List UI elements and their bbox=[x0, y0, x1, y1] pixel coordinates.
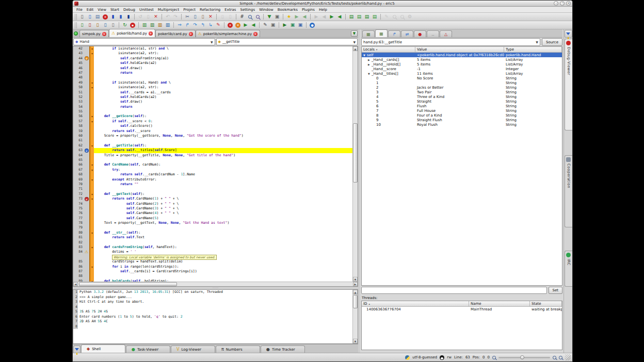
fold-margin[interactable] bbox=[89, 235, 94, 240]
variable-row[interactable]: 9Straight FlushString bbox=[362, 118, 562, 122]
line-number[interactable]: 69 bbox=[73, 177, 84, 182]
menu-refactoring[interactable]: Refactoring bbox=[198, 8, 222, 12]
coverage-icon[interactable]: ▤ bbox=[356, 13, 363, 20]
search-files-icon[interactable] bbox=[391, 13, 398, 20]
line-number[interactable]: 42 bbox=[73, 46, 84, 51]
marker-margin[interactable] bbox=[84, 269, 89, 274]
fold-margin[interactable]: ▾ bbox=[89, 162, 94, 167]
code-line[interactable]: 80▾ def __str__(self): bbox=[73, 231, 352, 235]
fold-margin[interactable]: ▾ bbox=[89, 192, 94, 196]
watchpoints-tab[interactable]: ‥ bbox=[427, 30, 439, 37]
menu-file[interactable]: File bbox=[74, 8, 85, 12]
line-number[interactable]: 87 bbox=[73, 269, 84, 274]
window-icon[interactable]: ▣ bbox=[297, 22, 304, 28]
fold-margin[interactable] bbox=[89, 259, 94, 264]
tab-log-viewer[interactable]: VLog-Viewer bbox=[171, 345, 215, 353]
save-as-icon[interactable]: ▮ bbox=[117, 13, 124, 20]
menu-edit[interactable]: Edit bbox=[85, 8, 96, 12]
fold-margin[interactable] bbox=[89, 250, 94, 254]
code-line[interactable]: 83▾ def cardsFromString(self, handText): bbox=[73, 245, 352, 250]
fold-margin[interactable]: ▾ bbox=[89, 114, 94, 119]
variable-filter-input[interactable] bbox=[361, 287, 547, 294]
profile-icon[interactable]: ▤ bbox=[348, 13, 355, 20]
line-number[interactable]: 82 bbox=[73, 240, 84, 245]
editor-tab-pokerlib-hand-py[interactable]: ⚠pokerlib/hand.py✕ bbox=[109, 29, 155, 37]
member-combo[interactable]: ◆ __getTitle ▼ bbox=[216, 38, 358, 45]
fold-margin[interactable] bbox=[89, 274, 94, 278]
line-number[interactable]: 81 bbox=[73, 235, 84, 240]
fold-margin[interactable] bbox=[89, 56, 94, 61]
close-button[interactable]: ✕ bbox=[566, 1, 571, 6]
line-number[interactable]: 86 bbox=[73, 265, 84, 269]
bookmark-toggle-icon[interactable]: ★ bbox=[285, 13, 293, 20]
zoom-out-icon[interactable] bbox=[492, 356, 496, 359]
marker-margin[interactable] bbox=[84, 100, 89, 104]
search-replace-icon[interactable] bbox=[254, 13, 261, 20]
line-number[interactable]: 66 bbox=[73, 162, 84, 167]
fold-margin[interactable] bbox=[89, 100, 94, 104]
marker-margin[interactable] bbox=[84, 153, 89, 158]
step-icon[interactable]: ↱ bbox=[184, 22, 191, 28]
fork-child-icon[interactable]: ▶ bbox=[242, 22, 249, 28]
shell-panel[interactable]: 1Python 3.3.2 (default, Jun 13 2013, 16:… bbox=[73, 289, 358, 344]
call-trace-tab[interactable]: ⇄ bbox=[401, 30, 413, 37]
line-number[interactable]: 46 bbox=[73, 66, 84, 71]
class-combo[interactable]: ◆ Hand ▼ bbox=[73, 38, 215, 45]
close-tab-icon[interactable]: ✕ bbox=[102, 32, 106, 36]
code-line[interactable]: 64 Title = property(__getTitle, None, No… bbox=[73, 153, 352, 158]
quicksearch-extend-icon[interactable]: ▣ bbox=[273, 13, 281, 20]
save-icon[interactable]: ▮ bbox=[109, 13, 117, 20]
code-line[interactable]: 44✕ self.cardsFromString(a1) bbox=[73, 56, 352, 61]
code-editor[interactable]: 42▾ if isinstance(a1, str) and \43▾ isin… bbox=[73, 46, 358, 287]
fold-margin[interactable] bbox=[89, 109, 94, 114]
code-line[interactable]: 47 return bbox=[73, 71, 352, 75]
fold-margin[interactable]: ▾ bbox=[89, 143, 94, 148]
fold-margin[interactable] bbox=[89, 71, 94, 75]
paste-icon[interactable]: ▯ bbox=[199, 13, 206, 20]
line-number[interactable]: 80 bbox=[73, 231, 84, 235]
menu-start[interactable]: Start bbox=[108, 8, 121, 12]
code-line[interactable]: 82 bbox=[73, 240, 352, 245]
menu-multiproject[interactable]: Multiproject bbox=[156, 8, 181, 12]
marker-margin[interactable] bbox=[84, 235, 89, 240]
code-line[interactable]: 86▾ for i in range(len(cardStrings)): bbox=[73, 265, 352, 269]
unittest-icon[interactable]: ▶ bbox=[281, 22, 288, 28]
goto-syntax-error-icon[interactable]: ▶ bbox=[328, 13, 335, 20]
close-tab-icon[interactable]: ✕ bbox=[189, 32, 193, 36]
marker-margin[interactable] bbox=[84, 46, 89, 51]
scrollbar-thumb[interactable] bbox=[79, 282, 177, 286]
close-tab-icon[interactable]: ✕ bbox=[149, 31, 153, 36]
fold-margin[interactable] bbox=[89, 211, 94, 216]
marker-margin[interactable] bbox=[84, 105, 89, 109]
bookmark-next-icon[interactable]: ▶ bbox=[293, 13, 300, 20]
new-view-icon[interactable]: ▯ bbox=[144, 13, 152, 20]
filter-icon[interactable] bbox=[73, 345, 81, 353]
marker-margin[interactable] bbox=[84, 177, 89, 182]
undo-icon[interactable]: ↶ bbox=[164, 13, 171, 20]
toolbar-handle[interactable] bbox=[75, 22, 77, 28]
sidebar-tab-cooperation[interactable]: Cooperation bbox=[565, 155, 572, 227]
call-stack-tab[interactable]: ↱ bbox=[388, 30, 400, 37]
line-number[interactable]: 88 bbox=[73, 274, 84, 278]
goto-line-icon[interactable]: # bbox=[238, 13, 246, 20]
marker-margin[interactable] bbox=[84, 192, 89, 196]
line-number[interactable]: 47 bbox=[73, 71, 84, 75]
minimize-button[interactable]: ⌄ bbox=[554, 1, 558, 6]
code-line[interactable]: 51 self.__cards = a1.__cards bbox=[73, 90, 352, 95]
fold-margin[interactable] bbox=[89, 202, 94, 206]
line-number[interactable]: 60 bbox=[73, 134, 84, 138]
code-metrics-icon[interactable]: ▤ bbox=[371, 13, 378, 20]
menu-settings[interactable]: Settings bbox=[238, 8, 257, 12]
column-header-type[interactable]: Type bbox=[504, 47, 562, 53]
menu-debug[interactable]: Debug bbox=[121, 8, 137, 12]
quicksearch-icon[interactable]: ▼ bbox=[266, 13, 273, 20]
line-number[interactable]: 72 bbox=[73, 192, 84, 196]
fold-margin[interactable]: ▾ bbox=[89, 51, 94, 56]
thread-row[interactable]: 140063636776704MainThreadwaiting at brea… bbox=[362, 307, 562, 311]
marker-margin[interactable] bbox=[84, 109, 89, 114]
marker-margin[interactable] bbox=[84, 259, 89, 264]
prev-change-icon[interactable]: ◀ bbox=[320, 13, 328, 20]
marker-margin[interactable] bbox=[84, 71, 89, 75]
line-number[interactable]: 54 bbox=[73, 105, 84, 109]
line-number[interactable]: 55 bbox=[73, 109, 84, 114]
